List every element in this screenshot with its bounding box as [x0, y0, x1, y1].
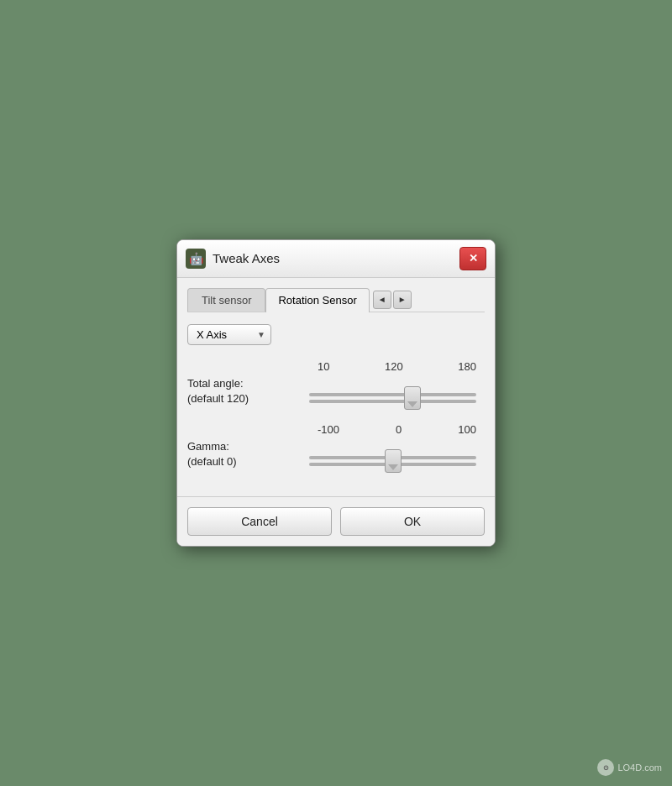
title-bar: 🤖 Tweak Axes ✕: [177, 240, 495, 278]
tab-navigation: ◄ ►: [373, 288, 412, 312]
total-angle-section: 10 120 180 Total angle: (default 120): [187, 360, 485, 406]
axis-select[interactable]: X Axis ▼: [187, 324, 271, 345]
total-angle-label: Total angle: (default 120): [187, 376, 309, 406]
total-angle-labels: 10 120 180: [318, 360, 476, 376]
close-button[interactable]: ✕: [459, 247, 486, 270]
tab-rotation-sensor[interactable]: Rotation Sensor: [265, 288, 369, 312]
dialog-body: Tilt sensor Rotation Sensor ◄ ► X Axis ▼…: [177, 278, 495, 497]
dialog-footer: Cancel OK: [177, 496, 495, 546]
title-bar-left: 🤖 Tweak Axes: [186, 249, 280, 269]
gamma-min-label: -100: [318, 423, 339, 436]
total-angle-slider-container: [309, 380, 476, 403]
dialog-window: 🤖 Tweak Axes ✕ Tilt sensor Rotation Sens…: [176, 239, 496, 548]
cancel-button[interactable]: Cancel: [187, 507, 332, 536]
ok-button[interactable]: OK: [340, 507, 485, 536]
total-angle-mid-label: 120: [385, 360, 403, 373]
gamma-thumb[interactable]: [385, 449, 402, 473]
tabs-row: Tilt sensor Rotation Sensor ◄ ►: [187, 288, 485, 312]
gamma-mid-label: 0: [396, 423, 402, 436]
gamma-slider-container: [309, 443, 476, 466]
gamma-max-label: 100: [458, 423, 476, 436]
axis-select-value: X Axis: [197, 328, 227, 341]
axis-dropdown-container: X Axis ▼: [187, 324, 485, 345]
total-angle-track-top: [309, 393, 476, 396]
gamma-label: Gamma: (default 0): [187, 439, 309, 469]
tab-next-button[interactable]: ►: [393, 291, 412, 309]
total-angle-min-label: 10: [318, 360, 329, 373]
app-icon: 🤖: [186, 249, 206, 269]
total-angle-row: Total angle: (default 120): [187, 376, 485, 406]
page-background: 🤖 Tweak Axes ✕ Tilt sensor Rotation Sens…: [0, 0, 672, 786]
gamma-labels: -100 0 100: [318, 423, 476, 439]
watermark-logo: ⊙: [597, 759, 614, 776]
window-title: Tweak Axes: [213, 251, 280, 265]
tab-tilt-sensor[interactable]: Tilt sensor: [187, 288, 265, 312]
watermark: ⊙ LO4D.com: [597, 759, 662, 776]
tab-prev-button[interactable]: ◄: [373, 291, 391, 309]
total-angle-thumb[interactable]: [404, 386, 421, 410]
dropdown-arrow-icon: ▼: [257, 330, 265, 339]
gamma-section: -100 0 100 Gamma: (default 0): [187, 423, 485, 469]
total-angle-max-label: 180: [458, 360, 476, 373]
total-angle-track-bottom: [309, 400, 476, 403]
gamma-row: Gamma: (default 0): [187, 439, 485, 469]
